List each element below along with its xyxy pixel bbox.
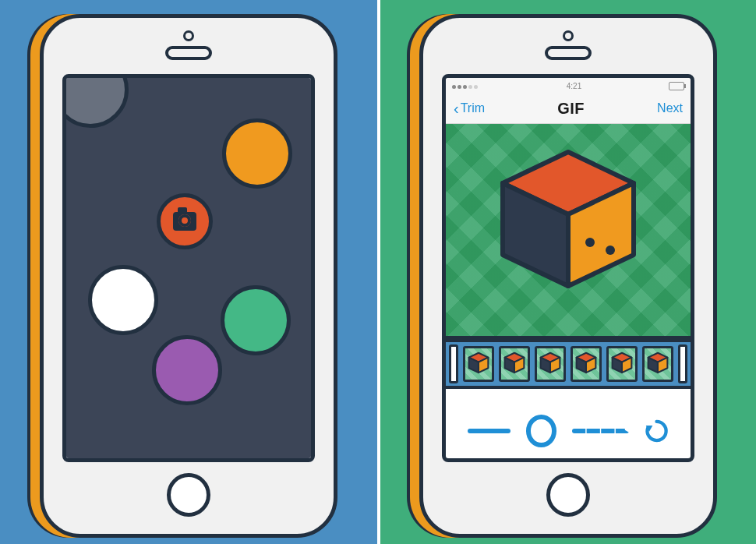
frame-thumb[interactable]: [571, 346, 602, 382]
phone-device-right: 4:21 ‹ Trim GIF Next: [419, 14, 717, 538]
dot-orange[interactable]: [222, 118, 292, 189]
playback-controls: [446, 389, 691, 458]
cube-illustration: [490, 146, 646, 297]
battery-icon: [669, 82, 684, 90]
speed-track-filled[interactable]: [468, 429, 510, 433]
frame-thumb[interactable]: [642, 346, 673, 382]
panel-left: [0, 0, 377, 544]
chevron-left-icon: ‹: [454, 101, 459, 116]
trim-handle-left[interactable]: [449, 344, 458, 383]
svg-point-4: [606, 246, 615, 255]
speed-track-remaining[interactable]: [572, 429, 629, 433]
phone-device-left: [40, 14, 337, 538]
home-button[interactable]: [546, 473, 590, 517]
phone-screen-right: 4:21 ‹ Trim GIF Next: [442, 74, 694, 462]
status-time: 4:21: [567, 82, 581, 90]
frame-thumb[interactable]: [535, 346, 566, 382]
frame-thumb[interactable]: [463, 346, 494, 382]
sensor-dot: [183, 30, 194, 41]
phone-speaker: [165, 46, 212, 60]
svg-point-3: [585, 238, 595, 247]
speed-knob[interactable]: [526, 415, 556, 447]
frame-thumb[interactable]: [499, 346, 530, 382]
status-bar: 4:21: [446, 78, 691, 94]
sensor-dot: [563, 30, 574, 41]
dot-green[interactable]: [221, 285, 291, 355]
camera-button[interactable]: [157, 193, 213, 249]
loop-icon[interactable]: [645, 418, 669, 444]
dot-purple[interactable]: [152, 335, 222, 405]
gif-preview: [446, 124, 691, 339]
next-button[interactable]: Next: [657, 101, 683, 115]
panel-right: 4:21 ‹ Trim GIF Next: [380, 0, 756, 544]
nav-title: GIF: [557, 100, 585, 118]
dot-white[interactable]: [88, 265, 158, 335]
signal-dots-icon: [452, 82, 479, 90]
frame-thumb[interactable]: [606, 346, 638, 382]
capture-screen-bg: [66, 78, 311, 458]
phone-speaker: [545, 46, 592, 60]
trim-handle-right[interactable]: [678, 344, 687, 383]
camera-icon: [173, 212, 196, 231]
back-label: Trim: [461, 101, 485, 115]
back-button[interactable]: ‹ Trim: [454, 101, 485, 116]
home-button[interactable]: [167, 473, 210, 517]
trim-filmstrip[interactable]: [446, 339, 691, 389]
nav-bar: ‹ Trim GIF Next: [446, 94, 691, 124]
dot-grey[interactable]: [62, 74, 129, 128]
phone-screen-left: [62, 74, 315, 462]
